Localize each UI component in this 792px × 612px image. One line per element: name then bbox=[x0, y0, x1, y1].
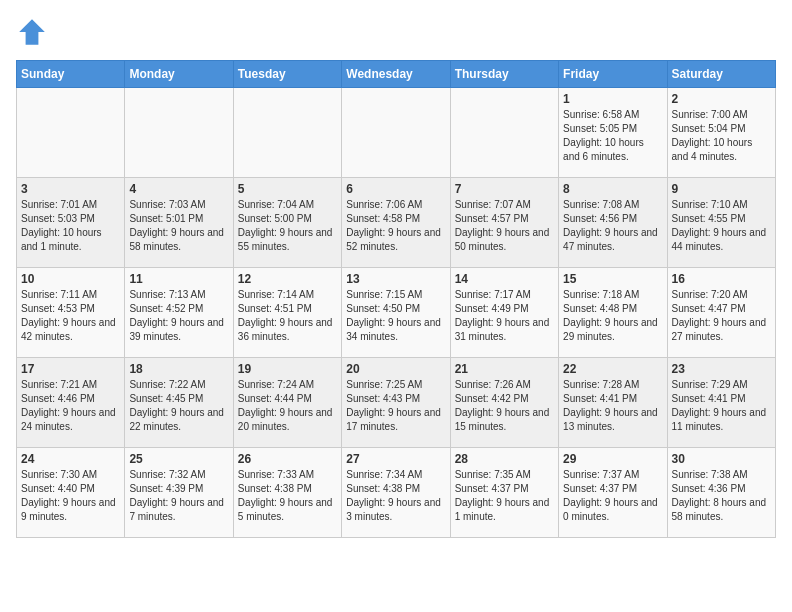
calendar-cell bbox=[233, 88, 341, 178]
day-number: 12 bbox=[238, 272, 337, 286]
day-info: Sunrise: 7:20 AM Sunset: 4:47 PM Dayligh… bbox=[672, 288, 771, 344]
day-info: Sunrise: 7:35 AM Sunset: 4:37 PM Dayligh… bbox=[455, 468, 554, 524]
calendar-cell: 6Sunrise: 7:06 AM Sunset: 4:58 PM Daylig… bbox=[342, 178, 450, 268]
day-info: Sunrise: 7:21 AM Sunset: 4:46 PM Dayligh… bbox=[21, 378, 120, 434]
calendar-cell: 25Sunrise: 7:32 AM Sunset: 4:39 PM Dayli… bbox=[125, 448, 233, 538]
calendar-cell: 7Sunrise: 7:07 AM Sunset: 4:57 PM Daylig… bbox=[450, 178, 558, 268]
calendar-cell: 1Sunrise: 6:58 AM Sunset: 5:05 PM Daylig… bbox=[559, 88, 667, 178]
day-number: 18 bbox=[129, 362, 228, 376]
day-number: 26 bbox=[238, 452, 337, 466]
calendar-cell: 22Sunrise: 7:28 AM Sunset: 4:41 PM Dayli… bbox=[559, 358, 667, 448]
day-info: Sunrise: 7:00 AM Sunset: 5:04 PM Dayligh… bbox=[672, 108, 771, 164]
day-info: Sunrise: 7:25 AM Sunset: 4:43 PM Dayligh… bbox=[346, 378, 445, 434]
day-number: 21 bbox=[455, 362, 554, 376]
day-number: 6 bbox=[346, 182, 445, 196]
day-number: 24 bbox=[21, 452, 120, 466]
calendar-cell: 13Sunrise: 7:15 AM Sunset: 4:50 PM Dayli… bbox=[342, 268, 450, 358]
svg-marker-0 bbox=[19, 19, 45, 45]
day-number: 15 bbox=[563, 272, 662, 286]
day-info: Sunrise: 7:22 AM Sunset: 4:45 PM Dayligh… bbox=[129, 378, 228, 434]
calendar-cell: 9Sunrise: 7:10 AM Sunset: 4:55 PM Daylig… bbox=[667, 178, 775, 268]
col-header-sunday: Sunday bbox=[17, 61, 125, 88]
calendar-cell: 21Sunrise: 7:26 AM Sunset: 4:42 PM Dayli… bbox=[450, 358, 558, 448]
col-header-tuesday: Tuesday bbox=[233, 61, 341, 88]
day-number: 27 bbox=[346, 452, 445, 466]
day-info: Sunrise: 7:15 AM Sunset: 4:50 PM Dayligh… bbox=[346, 288, 445, 344]
calendar-cell: 3Sunrise: 7:01 AM Sunset: 5:03 PM Daylig… bbox=[17, 178, 125, 268]
day-number: 9 bbox=[672, 182, 771, 196]
calendar-cell: 28Sunrise: 7:35 AM Sunset: 4:37 PM Dayli… bbox=[450, 448, 558, 538]
col-header-saturday: Saturday bbox=[667, 61, 775, 88]
day-info: Sunrise: 6:58 AM Sunset: 5:05 PM Dayligh… bbox=[563, 108, 662, 164]
header-row: SundayMondayTuesdayWednesdayThursdayFrid… bbox=[17, 61, 776, 88]
day-info: Sunrise: 7:13 AM Sunset: 4:52 PM Dayligh… bbox=[129, 288, 228, 344]
day-number: 1 bbox=[563, 92, 662, 106]
calendar-cell: 11Sunrise: 7:13 AM Sunset: 4:52 PM Dayli… bbox=[125, 268, 233, 358]
calendar-cell bbox=[17, 88, 125, 178]
calendar-cell: 16Sunrise: 7:20 AM Sunset: 4:47 PM Dayli… bbox=[667, 268, 775, 358]
week-row-5: 24Sunrise: 7:30 AM Sunset: 4:40 PM Dayli… bbox=[17, 448, 776, 538]
day-number: 29 bbox=[563, 452, 662, 466]
day-info: Sunrise: 7:11 AM Sunset: 4:53 PM Dayligh… bbox=[21, 288, 120, 344]
calendar-cell: 18Sunrise: 7:22 AM Sunset: 4:45 PM Dayli… bbox=[125, 358, 233, 448]
day-number: 7 bbox=[455, 182, 554, 196]
day-info: Sunrise: 7:24 AM Sunset: 4:44 PM Dayligh… bbox=[238, 378, 337, 434]
day-number: 20 bbox=[346, 362, 445, 376]
calendar-cell: 2Sunrise: 7:00 AM Sunset: 5:04 PM Daylig… bbox=[667, 88, 775, 178]
day-number: 3 bbox=[21, 182, 120, 196]
day-info: Sunrise: 7:01 AM Sunset: 5:03 PM Dayligh… bbox=[21, 198, 120, 254]
day-info: Sunrise: 7:29 AM Sunset: 4:41 PM Dayligh… bbox=[672, 378, 771, 434]
calendar-table: SundayMondayTuesdayWednesdayThursdayFrid… bbox=[16, 60, 776, 538]
logo-icon bbox=[16, 16, 48, 48]
calendar-cell: 5Sunrise: 7:04 AM Sunset: 5:00 PM Daylig… bbox=[233, 178, 341, 268]
calendar-cell: 29Sunrise: 7:37 AM Sunset: 4:37 PM Dayli… bbox=[559, 448, 667, 538]
day-number: 17 bbox=[21, 362, 120, 376]
week-row-4: 17Sunrise: 7:21 AM Sunset: 4:46 PM Dayli… bbox=[17, 358, 776, 448]
day-number: 13 bbox=[346, 272, 445, 286]
day-info: Sunrise: 7:34 AM Sunset: 4:38 PM Dayligh… bbox=[346, 468, 445, 524]
day-number: 8 bbox=[563, 182, 662, 196]
day-number: 22 bbox=[563, 362, 662, 376]
col-header-friday: Friday bbox=[559, 61, 667, 88]
col-header-monday: Monday bbox=[125, 61, 233, 88]
calendar-cell: 17Sunrise: 7:21 AM Sunset: 4:46 PM Dayli… bbox=[17, 358, 125, 448]
day-info: Sunrise: 7:06 AM Sunset: 4:58 PM Dayligh… bbox=[346, 198, 445, 254]
day-number: 30 bbox=[672, 452, 771, 466]
calendar-cell bbox=[125, 88, 233, 178]
day-info: Sunrise: 7:04 AM Sunset: 5:00 PM Dayligh… bbox=[238, 198, 337, 254]
day-number: 16 bbox=[672, 272, 771, 286]
calendar-cell: 24Sunrise: 7:30 AM Sunset: 4:40 PM Dayli… bbox=[17, 448, 125, 538]
header bbox=[16, 16, 776, 48]
day-info: Sunrise: 7:38 AM Sunset: 4:36 PM Dayligh… bbox=[672, 468, 771, 524]
calendar-cell: 30Sunrise: 7:38 AM Sunset: 4:36 PM Dayli… bbox=[667, 448, 775, 538]
day-number: 4 bbox=[129, 182, 228, 196]
day-number: 28 bbox=[455, 452, 554, 466]
week-row-2: 3Sunrise: 7:01 AM Sunset: 5:03 PM Daylig… bbox=[17, 178, 776, 268]
day-number: 19 bbox=[238, 362, 337, 376]
day-number: 5 bbox=[238, 182, 337, 196]
logo bbox=[16, 16, 52, 48]
calendar-cell: 15Sunrise: 7:18 AM Sunset: 4:48 PM Dayli… bbox=[559, 268, 667, 358]
col-header-wednesday: Wednesday bbox=[342, 61, 450, 88]
day-info: Sunrise: 7:37 AM Sunset: 4:37 PM Dayligh… bbox=[563, 468, 662, 524]
calendar-cell bbox=[342, 88, 450, 178]
calendar-cell: 23Sunrise: 7:29 AM Sunset: 4:41 PM Dayli… bbox=[667, 358, 775, 448]
day-info: Sunrise: 7:17 AM Sunset: 4:49 PM Dayligh… bbox=[455, 288, 554, 344]
day-info: Sunrise: 7:10 AM Sunset: 4:55 PM Dayligh… bbox=[672, 198, 771, 254]
day-number: 10 bbox=[21, 272, 120, 286]
calendar-cell: 12Sunrise: 7:14 AM Sunset: 4:51 PM Dayli… bbox=[233, 268, 341, 358]
day-info: Sunrise: 7:33 AM Sunset: 4:38 PM Dayligh… bbox=[238, 468, 337, 524]
day-info: Sunrise: 7:30 AM Sunset: 4:40 PM Dayligh… bbox=[21, 468, 120, 524]
week-row-1: 1Sunrise: 6:58 AM Sunset: 5:05 PM Daylig… bbox=[17, 88, 776, 178]
day-info: Sunrise: 7:28 AM Sunset: 4:41 PM Dayligh… bbox=[563, 378, 662, 434]
day-info: Sunrise: 7:03 AM Sunset: 5:01 PM Dayligh… bbox=[129, 198, 228, 254]
day-info: Sunrise: 7:32 AM Sunset: 4:39 PM Dayligh… bbox=[129, 468, 228, 524]
calendar-cell: 27Sunrise: 7:34 AM Sunset: 4:38 PM Dayli… bbox=[342, 448, 450, 538]
calendar-cell bbox=[450, 88, 558, 178]
day-info: Sunrise: 7:14 AM Sunset: 4:51 PM Dayligh… bbox=[238, 288, 337, 344]
day-info: Sunrise: 7:18 AM Sunset: 4:48 PM Dayligh… bbox=[563, 288, 662, 344]
calendar-cell: 8Sunrise: 7:08 AM Sunset: 4:56 PM Daylig… bbox=[559, 178, 667, 268]
calendar-cell: 20Sunrise: 7:25 AM Sunset: 4:43 PM Dayli… bbox=[342, 358, 450, 448]
day-number: 14 bbox=[455, 272, 554, 286]
calendar-cell: 4Sunrise: 7:03 AM Sunset: 5:01 PM Daylig… bbox=[125, 178, 233, 268]
